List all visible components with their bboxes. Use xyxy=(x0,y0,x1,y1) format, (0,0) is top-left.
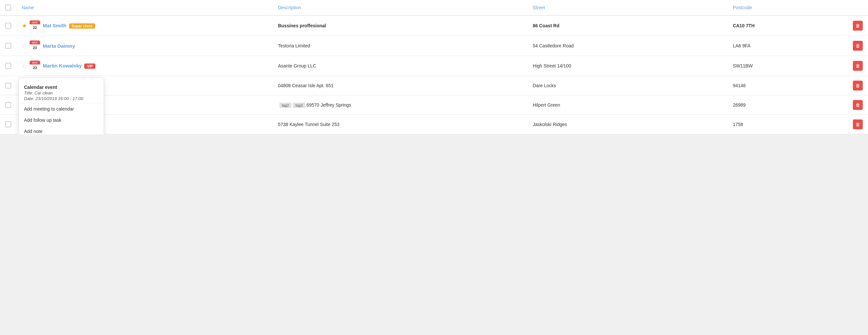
row-checkbox-cell xyxy=(0,95,17,115)
row-action-cell: 🗑 xyxy=(847,36,868,56)
row-description-cell: tag2tag3 69570 Jeffrey Springs xyxy=(273,95,527,115)
row-action-cell: 🗑 xyxy=(847,95,868,115)
popup-menu-item-1[interactable]: Add follow up task xyxy=(19,115,104,126)
contact-tag: tag3 xyxy=(293,103,305,108)
star-icon[interactable]: ★ xyxy=(22,22,27,29)
popup-menu-item-2[interactable]: Add note xyxy=(19,126,104,134)
calendar-month: OCT xyxy=(30,40,40,44)
row-description-cell: Testoria Limited xyxy=(273,36,527,56)
row-name-cell: ★ OCT 22 Mat SmithSuper client xyxy=(17,16,273,36)
star-icon[interactable]: ☆ xyxy=(22,62,27,69)
row-postcode-cell: 1758 xyxy=(727,115,847,134)
postcode-text: 94148 xyxy=(733,83,746,88)
row-checkbox[interactable] xyxy=(5,23,11,29)
street-text: Jaskolski Ridges xyxy=(533,122,567,127)
description-text: Testoria Limited xyxy=(278,43,310,49)
calendar-icon[interactable]: OCT 23 xyxy=(30,61,40,71)
header-action xyxy=(847,0,868,16)
row-action-cell: 🗑 xyxy=(847,56,868,76)
table-row: ☆tag2tag3 69570 Jeffrey SpringsHilpert G… xyxy=(0,95,868,115)
row-street-cell: 54 Castledore Road xyxy=(527,36,727,56)
header-street: Street xyxy=(527,0,727,16)
row-name-cell: ☆ OCT 23 Martin KowalskyVIP Calendar eve… xyxy=(17,56,273,76)
row-checkbox[interactable] xyxy=(5,63,11,69)
row-checkbox[interactable] xyxy=(5,83,11,89)
contact-tag: tag2 xyxy=(279,103,291,108)
row-street-cell: High Street 14/100 xyxy=(527,56,727,76)
calendar-day: 22 xyxy=(30,24,40,31)
contact-name[interactable]: Martin KowalskyVIP xyxy=(43,63,95,69)
postcode-text: 26989 xyxy=(733,102,746,108)
header-postcode: Postcode xyxy=(727,0,847,16)
popup-title: Calendar event xyxy=(24,85,98,90)
street-text: 54 Castledore Road xyxy=(533,43,574,49)
delete-button[interactable]: 🗑 xyxy=(853,21,863,31)
description-text: Bussines proffesional xyxy=(278,23,326,28)
calendar-month: OCT xyxy=(30,21,40,24)
popup-header: Calendar event Title: Car clean Date: 23… xyxy=(19,81,104,103)
row-action-cell: 🗑 xyxy=(847,115,868,134)
description-text: 5738 Kaylee Tunnel Suite 253 xyxy=(278,122,340,127)
calendar-icon[interactable]: OCT 23 xyxy=(30,40,40,51)
delete-button[interactable]: 🗑 xyxy=(853,41,863,51)
row-postcode-cell: 26989 xyxy=(727,95,847,115)
delete-button[interactable]: 🗑 xyxy=(853,119,863,129)
row-postcode-cell: CA10 7TH xyxy=(727,16,847,36)
row-checkbox-cell xyxy=(0,56,17,76)
contacts-table: Name Description Street Postcode ★ OCT 2… xyxy=(0,0,868,134)
table-row: ☆ OCT 23 Martin KowalskyVIP Calendar eve… xyxy=(0,56,868,76)
row-checkbox[interactable] xyxy=(5,121,11,127)
table-row: ☆ OCT 23 Marta DaimnyTestoria Limited54 … xyxy=(0,36,868,56)
select-all-checkbox[interactable] xyxy=(5,5,11,10)
delete-button[interactable]: 🗑 xyxy=(853,81,863,91)
postcode-text: SW11BW xyxy=(733,63,753,68)
contact-name[interactable]: Marta Daimny xyxy=(43,43,75,49)
row-postcode-cell: LA6 9FA xyxy=(727,36,847,56)
calendar-month: OCT xyxy=(30,61,40,64)
contact-name-link[interactable]: Marta Daimny xyxy=(43,43,75,49)
header-select-all[interactable] xyxy=(0,0,17,16)
popup-event-title: Title: Car clean xyxy=(24,91,98,95)
row-street-cell: Hilpert Green xyxy=(527,95,727,115)
table-row: ☆04808 Ceasar Isle Apt. 651Dare Locks941… xyxy=(0,76,868,95)
table-row: ☆5738 Kaylee Tunnel Suite 253Jaskolski R… xyxy=(0,115,868,134)
row-checkbox[interactable] xyxy=(5,43,11,49)
row-checkbox-cell xyxy=(0,76,17,95)
postcode-text: LA6 9FA xyxy=(733,43,750,49)
delete-button[interactable]: 🗑 xyxy=(853,61,863,71)
row-checkbox[interactable] xyxy=(5,102,11,108)
contact-name[interactable]: Mat SmithSuper client xyxy=(43,23,95,29)
calendar-day: 23 xyxy=(30,64,40,71)
postcode-text: 1758 xyxy=(733,122,743,127)
row-street-cell: Dare Locks xyxy=(527,76,727,95)
calendar-icon[interactable]: OCT 22 xyxy=(30,21,40,31)
row-street-cell: 86 Coast Rd xyxy=(527,16,727,36)
row-checkbox-cell xyxy=(0,36,17,56)
row-description-cell: Asante Group LLC xyxy=(273,56,527,76)
contact-badge: Super client xyxy=(69,23,95,29)
table-row: ★ OCT 22 Mat SmithSuper clientBussines p… xyxy=(0,16,868,36)
row-action-cell: 🗑 xyxy=(847,16,868,36)
star-icon[interactable]: ☆ xyxy=(22,42,27,49)
row-description-cell: 04808 Ceasar Isle Apt. 651 xyxy=(273,76,527,95)
calendar-day: 23 xyxy=(30,44,40,51)
delete-button[interactable]: 🗑 xyxy=(853,100,863,110)
row-description-cell: Bussines proffesional xyxy=(273,16,527,36)
street-text: Dare Locks xyxy=(533,83,556,88)
popup-menu-item-0[interactable]: Add meeting to calendar xyxy=(19,103,104,115)
description-text: 04808 Ceasar Isle Apt. 651 xyxy=(278,83,334,88)
street-text: Hilpert Green xyxy=(533,102,560,108)
row-action-cell: 🗑 xyxy=(847,76,868,95)
row-checkbox-cell xyxy=(0,16,17,36)
header-name: Name xyxy=(17,0,273,16)
calendar-popup: Calendar event Title: Car clean Date: 23… xyxy=(19,78,104,134)
row-street-cell: Jaskolski Ridges xyxy=(527,115,727,134)
contact-name-link[interactable]: Mat Smith xyxy=(43,23,66,28)
street-text: High Street 14/100 xyxy=(533,63,571,68)
contact-name-link[interactable]: Martin Kowalsky xyxy=(43,63,82,68)
popup-event-date: Date: 23/10/2019 16:00 - 17:00 xyxy=(24,96,98,101)
row-description-cell: 5738 Kaylee Tunnel Suite 253 xyxy=(273,115,527,134)
row-postcode-cell: 94148 xyxy=(727,76,847,95)
postcode-text: CA10 7TH xyxy=(733,23,754,28)
header-description: Description xyxy=(273,0,527,16)
